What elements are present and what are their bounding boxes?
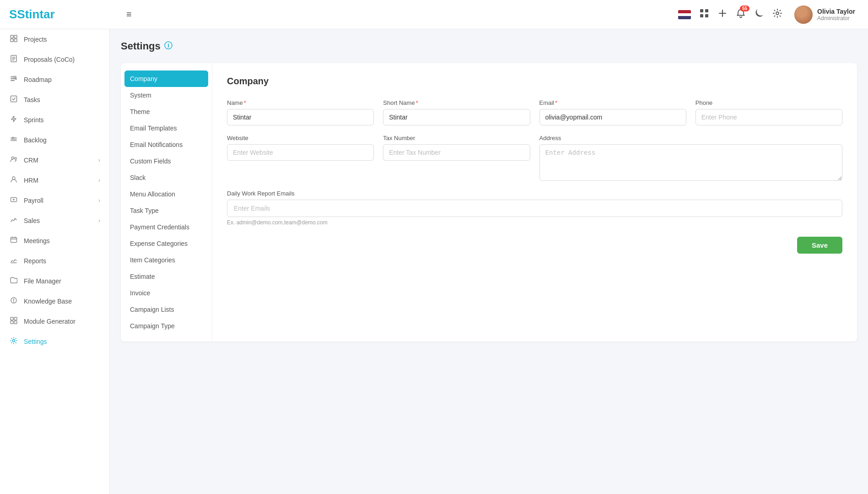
grid-icon[interactable]	[699, 8, 709, 21]
name-required: *	[244, 99, 246, 106]
settings-nav-expense-categories[interactable]: Expense Categories	[121, 235, 212, 252]
sidebar-item-file-manager[interactable]: File Manager	[0, 271, 109, 291]
language-flag-icon[interactable]	[678, 10, 691, 19]
sidebar-item-module-generator[interactable]: Module Generator	[0, 311, 109, 331]
settings-nav-slack[interactable]: Slack	[121, 169, 212, 186]
sidebar-knowledge-base-label: Knowledge Base	[24, 298, 72, 305]
settings-nav-invoice[interactable]: Invoice	[121, 285, 212, 301]
crm-chevron-icon: ›	[98, 157, 100, 163]
sidebar-backlog-label: Backlog	[24, 136, 47, 144]
page-info-icon[interactable]	[164, 41, 173, 51]
email-input[interactable]	[539, 109, 686, 125]
avatar	[794, 5, 813, 24]
projects-icon	[9, 35, 18, 44]
daily-email-label: Daily Work Report Emails	[227, 190, 842, 197]
email-label: Email*	[539, 99, 686, 106]
address-input[interactable]	[539, 144, 843, 181]
company-settings-content: Company Name* Short Name*	[212, 63, 857, 342]
sidebar-item-sprints[interactable]: Sprints	[0, 110, 109, 130]
name-label: Name*	[227, 99, 374, 106]
sidebar-item-projects[interactable]: Projects	[0, 29, 109, 49]
website-label: Website	[227, 135, 374, 141]
sidebar-item-roadmap[interactable]: Roadmap	[0, 70, 109, 90]
svg-point-13	[12, 157, 14, 159]
sidebar-item-meetings[interactable]: Meetings	[0, 231, 109, 251]
svg-rect-21	[11, 321, 13, 324]
daily-email-group: Daily Work Report Emails Ex. admin@demo.…	[227, 190, 842, 226]
sidebar-item-tasks[interactable]: Tasks	[0, 90, 109, 110]
page-title: Settings	[121, 40, 161, 52]
svg-rect-1	[705, 9, 708, 12]
dark-mode-icon[interactable]	[754, 8, 764, 21]
settings-icon[interactable]	[772, 8, 782, 21]
address-label: Address	[539, 135, 843, 141]
notification-bell-icon[interactable]: 55	[736, 8, 746, 21]
short-name-label: Short Name*	[383, 99, 530, 106]
sidebar-item-backlog[interactable]: Backlog	[0, 130, 109, 150]
tax-number-input[interactable]	[383, 144, 530, 161]
settings-nav-theme[interactable]: Theme	[121, 103, 212, 120]
name-input[interactable]	[227, 109, 374, 125]
sidebar-item-hrm[interactable]: HRM ›	[0, 170, 109, 190]
sidebar-payroll-label: Payroll	[24, 197, 43, 204]
phone-field-group: Phone	[695, 99, 842, 125]
settings-nav-company[interactable]: Company	[124, 71, 208, 87]
sidebar-sprints-label: Sprints	[24, 116, 44, 124]
website-input[interactable]	[227, 144, 374, 161]
settings-nav-email-notifications[interactable]: Email Notifications	[121, 136, 212, 153]
svg-rect-5	[11, 35, 13, 38]
sidebar-item-crm[interactable]: CRM ›	[0, 150, 109, 170]
payroll-icon	[9, 196, 18, 205]
sidebar-item-knowledge-base[interactable]: Knowledge Base	[0, 291, 109, 311]
sidebar-meetings-label: Meetings	[24, 237, 50, 244]
user-profile-area[interactable]: Olivia Taylor Administrator	[791, 4, 859, 26]
short-name-input[interactable]	[383, 109, 530, 125]
crm-icon	[9, 156, 18, 165]
daily-email-input[interactable]	[227, 200, 842, 217]
sidebar-module-generator-label: Module Generator	[24, 318, 75, 325]
reports-icon	[9, 256, 18, 266]
settings-sidebar-icon	[9, 337, 18, 346]
sidebar-item-sales[interactable]: Sales ›	[0, 211, 109, 231]
user-info: Olivia Taylor Administrator	[817, 8, 855, 22]
settings-nav-item-categories[interactable]: Item Categories	[121, 252, 212, 268]
company-section-title: Company	[227, 76, 842, 87]
sidebar-item-payroll[interactable]: Payroll ›	[0, 190, 109, 211]
payroll-chevron-icon: ›	[98, 197, 100, 204]
tax-number-field-group: Tax Number	[383, 135, 530, 181]
sidebar-tasks-label: Tasks	[24, 96, 40, 103]
short-name-required: *	[416, 99, 418, 106]
tax-number-label: Tax Number	[383, 135, 530, 141]
email-field-group: Email*	[539, 99, 686, 125]
settings-nav-system[interactable]: System	[121, 87, 212, 103]
hrm-icon	[9, 176, 18, 185]
sidebar-item-proposals[interactable]: Proposals (CoCo)	[0, 49, 109, 70]
save-button[interactable]: Save	[797, 237, 842, 254]
website-field-group: Website	[227, 135, 374, 181]
settings-nav-payment-credentials[interactable]: Payment Credentials	[121, 219, 212, 235]
settings-nav-campaign-type[interactable]: Campaign Type	[121, 318, 212, 334]
settings-navigation: Company System Theme Email Templates Ema…	[121, 63, 212, 342]
avatar-image	[794, 5, 813, 24]
sidebar-item-settings[interactable]: Settings	[0, 331, 109, 352]
phone-input[interactable]	[695, 109, 842, 125]
settings-nav-task-type[interactable]: Task Type	[121, 202, 212, 219]
header-icons-area: 55 Olivia Taylor Administrator	[678, 4, 859, 26]
svg-rect-0	[700, 9, 703, 12]
sidebar-settings-label: Settings	[24, 338, 47, 345]
sidebar-file-manager-label: File Manager	[24, 277, 61, 285]
svg-rect-10	[14, 76, 16, 78]
settings-nav-menu-allocation[interactable]: Menu Allocation	[121, 186, 212, 202]
add-icon[interactable]	[717, 8, 728, 21]
menu-toggle-button[interactable]: ≡	[126, 9, 132, 20]
save-row: Save	[227, 237, 842, 254]
svg-rect-7	[11, 39, 13, 42]
settings-nav-campaign-lists[interactable]: Campaign Lists	[121, 301, 212, 318]
svg-rect-11	[16, 78, 16, 80]
sidebar-item-reports[interactable]: Reports	[0, 251, 109, 271]
settings-nav-email-templates[interactable]: Email Templates	[121, 120, 212, 136]
settings-nav-custom-fields[interactable]: Custom Fields	[121, 153, 212, 169]
hrm-chevron-icon: ›	[98, 177, 100, 184]
address-field-group: Address	[539, 135, 843, 181]
settings-nav-estimate[interactable]: Estimate	[121, 268, 212, 285]
